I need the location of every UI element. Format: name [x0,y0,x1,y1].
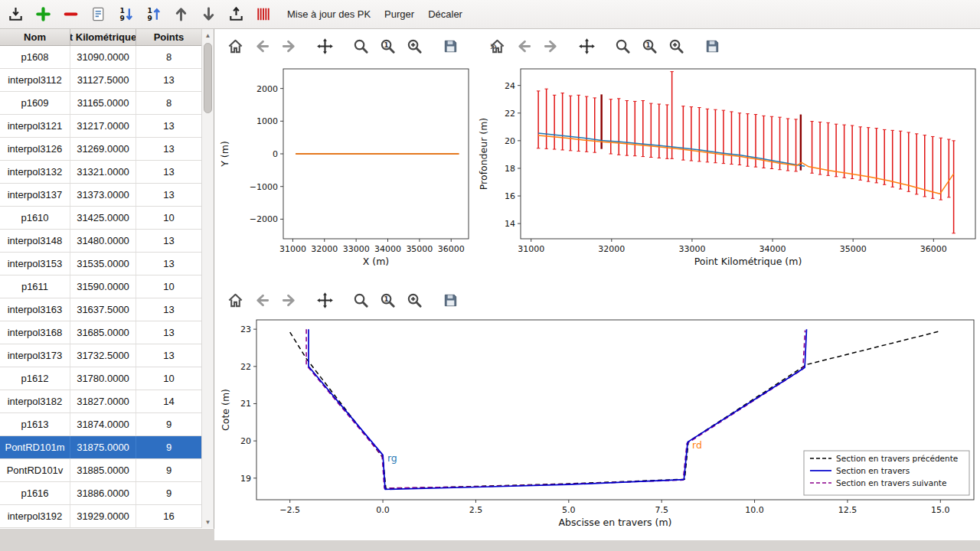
table-row[interactable]: interpol312631269.000013 [0,138,202,161]
save-button[interactable] [440,36,460,56]
cross-section-chart[interactable]: −2.50.02.55.07.510.012.515.01920212223Ab… [218,312,978,540]
table-row[interactable]: PontRD101m31875.00009 [0,436,202,459]
home-button[interactable] [487,36,507,56]
back-button[interactable] [514,36,534,56]
import-button[interactable] [3,3,28,26]
add-button[interactable] [31,3,55,26]
cross-section-canvas[interactable]: −2.50.02.55.07.510.012.515.01920212223Ab… [218,312,978,540]
table-row[interactable]: interpol316831685.000013 [0,321,202,344]
svg-text:35000: 35000 [840,244,867,254]
forward-button[interactable] [541,36,560,56]
toolbar-menu: Mise à jour des PKPurgerDécaler [280,3,469,26]
svg-text:Y (m): Y (m) [219,141,230,168]
row-points: 10 [136,276,202,298]
profile-toolbar: 1 [487,34,722,57]
zoom-button[interactable] [351,36,371,56]
move-up-button[interactable] [168,3,193,26]
menu-item-2[interactable]: Décaler [421,3,469,26]
menu-item-1[interactable]: Purger [377,3,421,26]
pan-button[interactable] [315,36,335,56]
table-row[interactable]: p161131590.000010 [0,276,202,298]
plots-panel: 1» 1 1 310003200033000340003500036000200… [214,29,980,540]
row-name: p1609 [0,92,70,114]
row-points: 13 [136,298,202,321]
forward-button[interactable] [279,36,299,56]
row-pk: 31127.5000 [70,69,136,91]
profile-chart[interactable]: 3100032000330003400035000360001416182022… [476,63,978,286]
home-button[interactable] [225,36,245,56]
legend-label: Section en travers [836,466,910,475]
table-row[interactable]: p161231780.000010 [0,367,202,390]
table-row[interactable]: p160931165.00008 [0,92,202,115]
home-button[interactable] [225,290,245,310]
table-row[interactable]: interpol318231827.000014 [0,390,202,413]
row-name: interpol3126 [0,138,70,160]
plan-view-canvas[interactable]: 310003200033000340003500036000200010000−… [218,63,476,286]
table-row[interactable]: interpol315331535.000013 [0,253,202,276]
zoom-in-button[interactable] [666,36,686,56]
zoom-reset-button[interactable]: 1 [639,36,659,56]
table-row[interactable]: p161331874.00009 [0,413,202,436]
table-row[interactable]: interpol313731373.000013 [0,184,202,207]
svg-text:0: 0 [273,149,278,159]
remove-button[interactable] [58,3,83,26]
sort-descending-button[interactable]: 19 [113,3,138,26]
row-pk: 31886.0000 [70,482,136,504]
sections-button[interactable] [251,3,276,26]
longitudinal-profile-canvas[interactable]: 3100032000330003400035000360001416182022… [476,63,978,286]
edit-button[interactable] [86,3,110,26]
plan-view-chart[interactable]: 310003200033000340003500036000200010000−… [218,63,476,286]
row-points: 9 [136,482,202,504]
table-row[interactable]: interpol314831480.000013 [0,230,202,253]
zoom-icon [614,37,632,55]
table-row[interactable]: interpol316331637.500013 [0,298,202,321]
zoom-reset-button[interactable]: 1 [377,290,397,310]
table-row[interactable]: p160831090.00008 [0,46,202,69]
table-row[interactable]: PontRD101v31885.00009 [0,459,202,482]
back-button[interactable] [252,36,272,56]
scroll-down-icon[interactable]: ▼ [202,517,214,527]
table-row[interactable]: p161631886.00009 [0,482,202,505]
table-row[interactable]: interpol312131217.000013 [0,115,202,138]
table-row[interactable]: p161031425.000010 [0,207,202,230]
zoom-reset-icon: 1 [641,37,658,55]
row-name: interpol3121 [0,115,70,137]
zoom-button[interactable] [351,290,371,310]
row-points: 13 [136,161,202,183]
save-button[interactable] [702,36,722,56]
column-header-2[interactable]: Points [136,29,202,45]
scrollbar-thumb[interactable] [204,43,212,113]
menu-item-0[interactable]: Mise à jour des PK [280,3,377,26]
table-row[interactable]: interpol311231127.500013 [0,69,202,92]
forward-button[interactable] [279,290,299,310]
zoom-button[interactable] [612,36,632,56]
sections-icon [255,5,273,23]
row-pk: 31685.0000 [70,321,136,344]
svg-text:2.5: 2.5 [469,505,483,515]
scroll-up-icon[interactable]: ▲ [202,30,214,41]
row-name: interpol3168 [0,321,70,344]
svg-text:X (m): X (m) [363,256,389,267]
column-header-0[interactable]: Nom [0,29,70,45]
sections-panel: Nomt KilométriquePoints p160831090.00008… [0,29,214,529]
back-button[interactable] [252,290,272,310]
export-button[interactable] [224,3,248,26]
column-header-1[interactable]: t Kilométrique [70,29,136,45]
table-row[interactable]: interpol317331732.500013 [0,344,202,367]
zoom-in-button[interactable] [404,36,424,56]
save-icon [442,37,459,55]
pan-button[interactable] [315,290,335,310]
pan-button[interactable] [577,36,596,56]
zoom-reset-button[interactable]: 1 [377,36,397,56]
table-row[interactable]: interpol313231321.000013 [0,161,202,184]
row-name: p1616 [0,482,70,504]
svg-text:−2.5: −2.5 [279,505,300,515]
row-pk: 31874.0000 [70,413,136,435]
table-scrollbar[interactable]: ▲ ▼ [201,29,214,528]
move-down-button[interactable] [196,3,220,26]
save-button[interactable] [440,290,460,310]
table-row[interactable]: interpol319231929.000016 [0,505,202,528]
zoom-in-button[interactable] [404,290,424,310]
sort-ascending-button[interactable]: 19 [141,3,165,26]
svg-text:10.0: 10.0 [745,505,764,515]
